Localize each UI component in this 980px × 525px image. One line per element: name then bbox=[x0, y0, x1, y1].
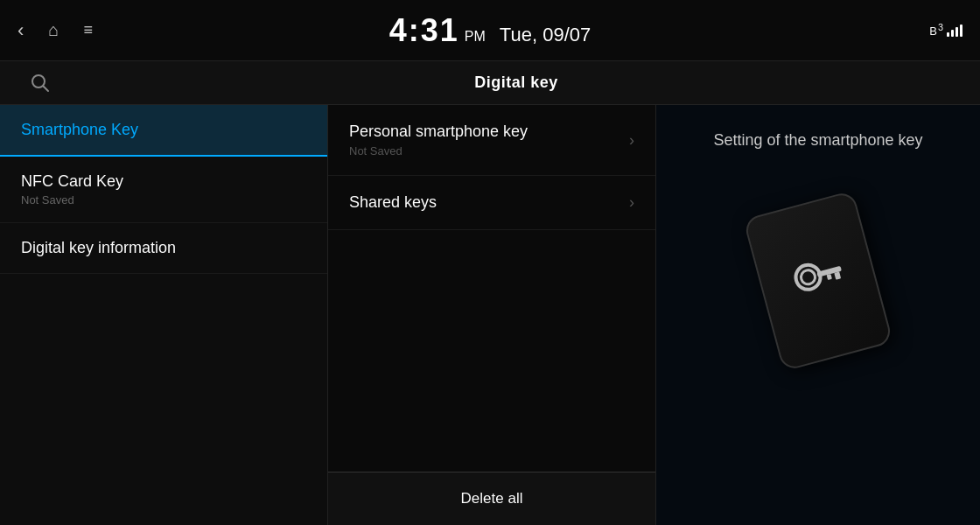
sidebar-item-smartphone-key[interactable]: Smartphone Key bbox=[0, 105, 327, 157]
middle-panel: Personal smartphone key Not Saved › Shar… bbox=[328, 105, 656, 525]
menu-button[interactable]: ≡ bbox=[83, 21, 93, 39]
page-title: Digital key bbox=[66, 74, 966, 92]
middle-item-personal-key-title: Personal smartphone key bbox=[349, 122, 629, 141]
svg-line-1 bbox=[44, 86, 49, 91]
sidebar-item-nfc-card-key-label: NFC Card Key bbox=[21, 172, 306, 191]
back-button[interactable]: ‹ bbox=[18, 19, 24, 42]
signal-bars bbox=[947, 23, 962, 37]
search-icon[interactable] bbox=[14, 74, 66, 93]
chevron-right-icon-2: › bbox=[629, 193, 634, 212]
key-svg bbox=[780, 242, 856, 317]
middle-item-shared-keys-title: Shared keys bbox=[349, 193, 629, 212]
delete-all-button[interactable]: Delete all bbox=[328, 472, 655, 525]
svg-rect-6 bbox=[827, 274, 832, 280]
signal-icon: B3 bbox=[929, 22, 962, 38]
sidebar-item-digital-key-info-label: Digital key information bbox=[21, 239, 306, 257]
middle-item-shared-keys-content: Shared keys bbox=[349, 193, 629, 212]
sidebar-item-nfc-card-key[interactable]: NFC Card Key Not Saved bbox=[0, 157, 327, 223]
chevron-right-icon: › bbox=[629, 131, 634, 150]
clock-date: Tue, 09/07 bbox=[500, 24, 591, 46]
middle-item-shared-keys[interactable]: Shared keys › bbox=[328, 176, 655, 230]
signal-label: B3 bbox=[929, 22, 944, 38]
right-panel-title: Setting of the smartphone key bbox=[713, 131, 922, 150]
clock-section: 4:31 PM Tue, 09/07 bbox=[389, 12, 591, 49]
svg-point-3 bbox=[800, 269, 817, 286]
middle-item-personal-key-subtitle: Not Saved bbox=[349, 144, 629, 158]
signal-bar-4 bbox=[960, 24, 962, 37]
svg-point-2 bbox=[793, 262, 822, 292]
clock-ampm: PM bbox=[465, 29, 486, 45]
clock-time: 4:31 bbox=[389, 12, 459, 49]
signal-bar-1 bbox=[947, 32, 949, 37]
phone-body bbox=[743, 190, 893, 372]
home-button[interactable]: ⌂ bbox=[48, 20, 59, 40]
middle-item-personal-key[interactable]: Personal smartphone key Not Saved › bbox=[328, 105, 655, 176]
search-bar: Digital key bbox=[0, 61, 980, 105]
svg-rect-5 bbox=[834, 271, 841, 279]
left-panel: Smartphone Key NFC Card Key Not Saved Di… bbox=[0, 105, 328, 525]
main-content: Smartphone Key NFC Card Key Not Saved Di… bbox=[0, 105, 980, 525]
sidebar-item-smartphone-key-label: Smartphone Key bbox=[21, 121, 306, 139]
right-panel: Setting of the smartphone key bbox=[656, 105, 980, 525]
signal-bar-2 bbox=[951, 30, 954, 37]
signal-bar-3 bbox=[956, 27, 958, 37]
sidebar-item-digital-key-info[interactable]: Digital key information bbox=[0, 223, 327, 274]
middle-item-personal-key-content: Personal smartphone key Not Saved bbox=[349, 122, 629, 158]
sidebar-item-nfc-card-key-subtitle: Not Saved bbox=[21, 193, 306, 206]
top-bar: ‹ ⌂ ≡ 4:31 PM Tue, 09/07 B3 bbox=[0, 0, 980, 61]
phone-illustration bbox=[748, 185, 888, 360]
